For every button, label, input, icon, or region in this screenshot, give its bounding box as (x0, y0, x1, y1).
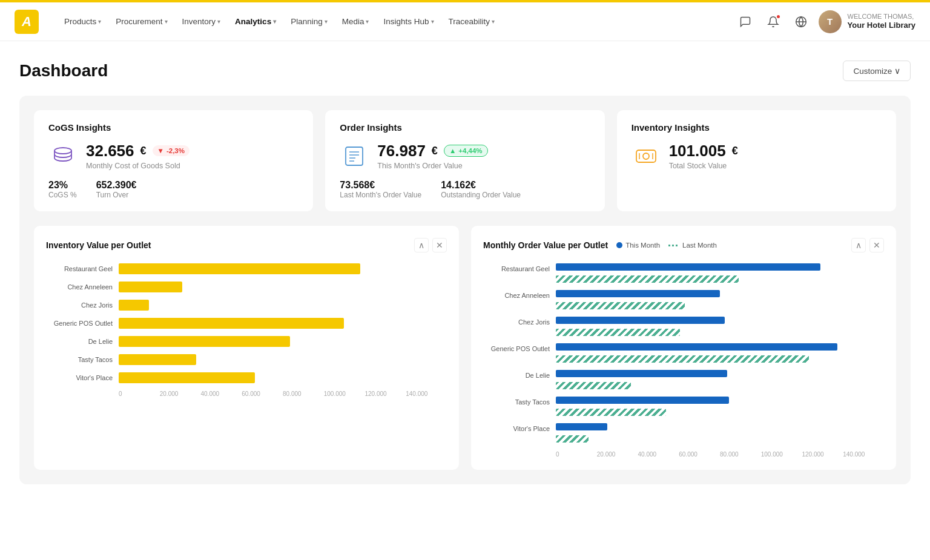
notifications-icon-button[interactable] (763, 12, 783, 32)
cogs-badge: ▼ -2,3% (153, 145, 190, 156)
chevron-down-icon: ▾ (217, 18, 220, 25)
order-chart-collapse-button[interactable]: ∧ (851, 238, 866, 252)
order-chart-close-button[interactable]: ✕ (869, 238, 884, 252)
chevron-down-icon: ▾ (492, 18, 495, 25)
order-sub-row: 73.568€ Last Month's Order Value 14.162€… (340, 180, 590, 199)
inventory-chart-close-button[interactable]: ✕ (432, 238, 447, 252)
order-bar-row-this: De Lelie (483, 370, 884, 381)
order-sub-0: 73.568€ Last Month's Order Value (340, 180, 421, 199)
order-bar-row-this: Vitor's Place (483, 423, 884, 434)
bar-fill (119, 318, 344, 329)
bar-track (556, 263, 884, 274)
cogs-sub-value-0: 23% (48, 180, 77, 191)
x-tick: 0 (119, 390, 160, 397)
user-welcome: WELCOME THOMAS, (848, 12, 915, 21)
bar-label: Generic POS Outlet (483, 345, 556, 352)
cogs-sub-value-1: 652.390€ (96, 180, 137, 191)
x-tick: 140.000 (406, 390, 447, 397)
nav-item-insights-hub[interactable]: Insights Hub ▾ (377, 13, 440, 30)
bar-track (556, 382, 884, 393)
inventory-bar-row: Chez Anneleen (46, 282, 447, 292)
order-value-block: 76.987€ ▲ +4,44% This Month's Order Valu… (377, 142, 487, 170)
x-tick: 80.000 (720, 451, 761, 458)
nav-item-media[interactable]: Media ▾ (336, 13, 375, 30)
legend-this-month: This Month (616, 242, 660, 249)
x-tick: 0 (556, 451, 597, 458)
svg-rect-3 (346, 147, 363, 165)
order-bar-row-this: Generic POS Outlet (483, 343, 884, 354)
svg-point-9 (643, 153, 649, 159)
order-chart-header-left: Monthly Order Value per Outlet This Mont… (483, 240, 717, 250)
order-main: 76.987€ ▲ +4,44% This Month's Order Valu… (340, 141, 590, 170)
order-bar-row-this: Restaurant Geel (483, 263, 884, 274)
bar-label: Vitor's Place (46, 374, 119, 381)
bar-fill (119, 372, 255, 383)
bar-label: Restaurant Geel (46, 265, 119, 272)
x-tick: 60.000 (679, 451, 720, 458)
order-x-axis: 020.00040.00060.00080.000100.000120.0001… (483, 451, 884, 458)
cogs-sub-label-0: CoGS % (48, 191, 77, 199)
nav-item-traceability[interactable]: Traceability ▾ (443, 13, 501, 30)
customize-button[interactable]: Customize ∨ (843, 61, 911, 81)
order-sub-value-1: 14.162€ (441, 180, 521, 191)
bar-fill-this-month (556, 343, 837, 351)
inventory-chart-collapse-button[interactable]: ∧ (414, 238, 429, 252)
cogs-card: CoGS Insights 32.656€ ▼ -2,3% M (34, 110, 313, 211)
order-chart-controls: ∧ ✕ (851, 238, 884, 252)
bar-track (119, 318, 447, 329)
order-bar-group: Restaurant Geel (483, 263, 884, 286)
chat-icon-button[interactable] (735, 12, 756, 32)
bar-fill-this-month (556, 397, 729, 404)
logo[interactable]: A (15, 10, 39, 34)
order-bar-chart: Restaurant Geel Chez Anneleen Chez J (483, 263, 884, 446)
x-tick: 120.000 (365, 390, 406, 397)
kpi-row: CoGS Insights 32.656€ ▼ -2,3% M (34, 110, 896, 211)
chevron-down-icon: ▾ (165, 18, 168, 25)
x-tick: 100.000 (761, 451, 802, 458)
bar-track (556, 290, 884, 301)
bar-track (556, 329, 884, 340)
cogs-icon (48, 141, 78, 170)
nav-item-planning[interactable]: Planning ▾ (285, 13, 334, 30)
order-bar-row-last (483, 382, 884, 393)
inventory-kpi-value: 101.005€ (669, 142, 738, 160)
inventory-bar-row: Generic POS Outlet (46, 318, 447, 329)
bar-fill (119, 282, 182, 292)
bar-track (119, 282, 447, 292)
bar-label: Chez Joris (483, 318, 556, 326)
order-sub-label-1: Outstanding Order Value (441, 191, 521, 199)
nav-item-procurement[interactable]: Procurement ▾ (110, 13, 173, 30)
bar-fill-last-month (556, 409, 666, 416)
chart-row: Inventory Value per Outlet ∧ ✕ Restauran… (34, 226, 896, 470)
chevron-down-icon: ▾ (431, 18, 434, 25)
bar-fill (119, 354, 196, 365)
order-chart-panel: Monthly Order Value per Outlet This Mont… (471, 226, 896, 470)
order-title: Order Insights (340, 122, 590, 133)
bar-label: Vitor's Place (483, 425, 556, 432)
x-tick: 120.000 (802, 451, 843, 458)
bar-label: De Lelie (483, 372, 556, 379)
bar-fill-last-month (556, 382, 631, 389)
bar-fill-this-month (556, 263, 820, 271)
x-tick: 40.000 (638, 451, 679, 458)
order-bar-group: Vitor's Place (483, 423, 884, 446)
inventory-chart-controls: ∧ ✕ (414, 238, 447, 252)
bar-track (556, 435, 884, 446)
bar-label: Chez Joris (46, 301, 119, 309)
nav-item-analytics[interactable]: Analytics ▾ (229, 13, 282, 30)
user-section[interactable]: T WELCOME THOMAS, Your Hotel Library (819, 10, 915, 33)
order-bar-group: Chez Joris (483, 317, 884, 340)
user-hotel: Your Hotel Library (848, 21, 915, 31)
bar-label: Generic POS Outlet (46, 320, 119, 327)
chevron-down-icon: ▾ (325, 18, 328, 25)
bar-fill (119, 300, 149, 311)
order-bar-row-last (483, 275, 884, 286)
order-bar-group: Tasty Tacos (483, 397, 884, 420)
nav-item-inventory[interactable]: Inventory ▾ (176, 13, 227, 30)
main-content: Dashboard Customize ∨ CoGS Insights 32.6… (0, 41, 930, 484)
globe-icon-button[interactable] (791, 12, 811, 32)
nav-item-products[interactable]: Products ▾ (58, 13, 107, 30)
order-bar-row-last (483, 435, 884, 446)
cogs-sub-0: 23% CoGS % (48, 180, 77, 199)
nav-right: T WELCOME THOMAS, Your Hotel Library (735, 10, 915, 33)
